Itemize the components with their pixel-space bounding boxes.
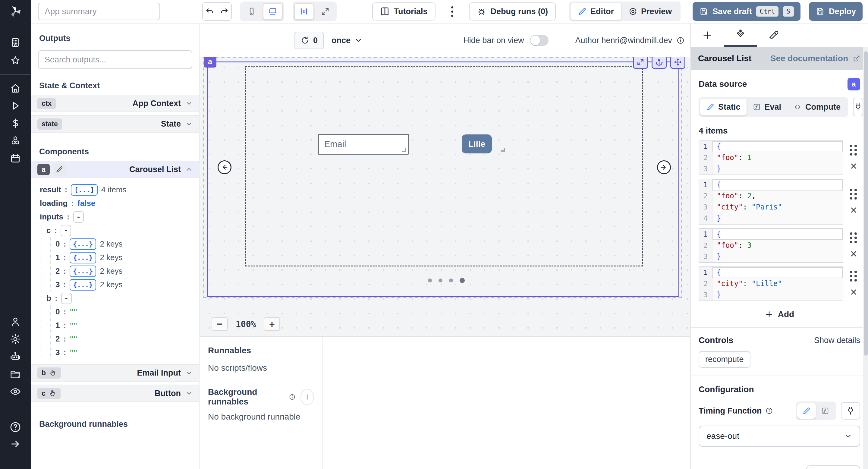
hide-bar-toggle[interactable] [530,35,549,46]
collapse-arrow-icon[interactable] [10,438,21,450]
deploy-button[interactable]: Deploy [809,2,863,21]
calendar-icon[interactable] [10,153,21,164]
outputs-title: Outputs [39,34,199,43]
delete-item-button[interactable]: × [850,162,857,170]
expand-array-button[interactable]: [...] [71,184,97,196]
carousel-dot[interactable] [438,279,442,282]
delete-item-button[interactable]: × [850,206,857,215]
search-outputs-input[interactable] [38,50,192,69]
expand-object-button[interactable]: {...} [70,239,96,250]
move-component-button[interactable] [670,57,685,69]
carousel-prev-button[interactable] [218,160,231,174]
insert-component-tab[interactable] [691,24,724,47]
component-settings-tab[interactable] [724,24,757,47]
component-a-row[interactable]: a Carousel List [31,161,199,178]
collapse-node-button[interactable]: - [61,293,72,304]
delete-item-button[interactable]: × [850,287,857,296]
resize-handle[interactable] [501,148,505,152]
resize-handle[interactable] [402,148,406,152]
preview-tab[interactable]: Preview [621,3,679,20]
carousel-dot[interactable] [428,279,432,282]
delete-item-button[interactable]: × [850,249,857,258]
anchor-component-button[interactable] [652,57,667,69]
dollar-icon[interactable] [10,118,21,129]
expand-object-button[interactable]: {...} [70,252,96,263]
compute-mode-button[interactable]: Compute [787,99,846,116]
star-icon[interactable] [10,55,21,66]
component-b-row[interactable]: b Email Input [31,364,199,382]
timing-function-select[interactable]: ease-out [699,426,860,447]
undo-button[interactable] [203,3,217,20]
component-c-row[interactable]: c Button [31,385,199,402]
drag-handle-icon[interactable] [850,189,857,199]
play-icon[interactable] [10,100,21,112]
collapse-node-button[interactable]: - [61,225,71,236]
eye-icon[interactable] [10,386,21,397]
tutorials-button[interactable]: Tutorials [372,2,435,21]
collapse-node-button[interactable]: - [73,211,84,223]
drag-handle-icon[interactable] [850,271,857,282]
carousel-dot-active[interactable] [460,278,465,283]
add-background-runnable-button[interactable] [301,389,314,405]
connect-plug-button[interactable] [853,98,863,116]
carousel-next-button[interactable] [657,160,671,174]
save-draft-button[interactable]: Save draft Ctrl S [692,2,801,21]
show-details-link[interactable]: Show details [814,336,860,345]
timing-eval-button[interactable] [816,403,835,419]
refresh-counter-button[interactable]: 0 [294,32,324,49]
zoom-out-button[interactable]: − [212,317,228,331]
timing-static-button[interactable] [797,403,816,419]
add-item-button[interactable]: Add [699,310,860,319]
fullwidth-layout-button[interactable] [315,3,335,20]
user-icon[interactable] [10,316,21,327]
json-item-editor-4[interactable]: 1{2"city": "Lille"3} [699,267,843,301]
rail-divider [0,74,31,75]
mobile-view-button[interactable] [242,3,261,20]
home-icon[interactable] [10,83,21,94]
editor-tab[interactable]: Editor [570,3,621,20]
styling-show-button[interactable]: Show [806,465,860,469]
buildings-icon[interactable] [10,37,21,48]
rename-pencil-icon[interactable] [53,163,66,176]
canvas-toolbar: 0 once Hide bar on view Author henri@win… [199,24,690,57]
drag-handle-icon[interactable] [850,232,857,243]
ctx-row[interactable]: ctx App Context [31,95,199,112]
timing-plug-button[interactable] [841,402,860,419]
cubes-icon[interactable] [10,135,21,147]
robot-icon[interactable] [10,351,21,362]
center-layout-button[interactable] [294,3,314,20]
carousel-content-area[interactable] [245,66,643,267]
recompute-button[interactable]: recompute [699,351,750,368]
state-row[interactable]: state State [31,115,199,133]
zoom-in-button[interactable]: + [264,317,280,331]
see-documentation-link[interactable]: See documentation [770,54,861,63]
add-item-label: Add [778,310,794,319]
windmill-logo[interactable] [7,4,23,19]
json-item-editor-2[interactable]: 1{2"foo": 2,3"city": "Paris"4} [699,179,843,224]
drag-handle-icon[interactable] [850,145,857,156]
expand-object-button[interactable]: {...} [70,265,96,277]
app-canvas[interactable]: a Email [199,57,690,336]
eval-mode-button[interactable]: Eval [747,99,787,116]
expand-component-button[interactable] [633,57,648,69]
more-menu-icon[interactable] [448,3,456,20]
scrollbar[interactable] [863,47,868,469]
expand-object-button[interactable]: {...} [70,279,96,290]
scrollbar-thumb[interactable] [864,51,868,356]
styling-tab[interactable] [757,24,790,47]
app-summary-input[interactable] [38,3,160,20]
email-input-component[interactable]: Email [318,134,409,155]
static-mode-button[interactable]: Static [700,99,747,116]
gear-icon[interactable] [10,333,21,345]
desktop-view-button[interactable] [263,3,283,20]
refresh-mode-dropdown[interactable]: once [332,36,363,45]
folder-icon[interactable] [10,368,21,380]
json-item-editor-3[interactable]: 1{2"foo": 33} [699,228,843,263]
timing-function-value: ease-out [707,431,739,441]
carousel-dot[interactable] [449,279,453,282]
redo-button[interactable] [217,3,231,20]
json-item-editor-1[interactable]: 1{2"foo": 13} [699,140,843,175]
button-component[interactable]: Lille [462,134,492,153]
help-icon[interactable] [9,421,22,433]
debug-runs-button[interactable]: Debug runs (0) [469,2,556,21]
